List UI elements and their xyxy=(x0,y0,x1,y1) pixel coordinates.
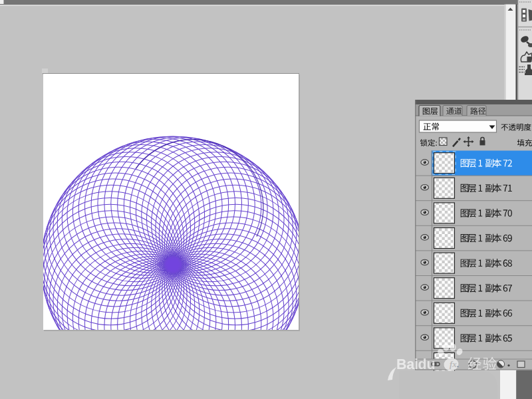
svg-text:Baidu: Baidu xyxy=(396,356,435,372)
